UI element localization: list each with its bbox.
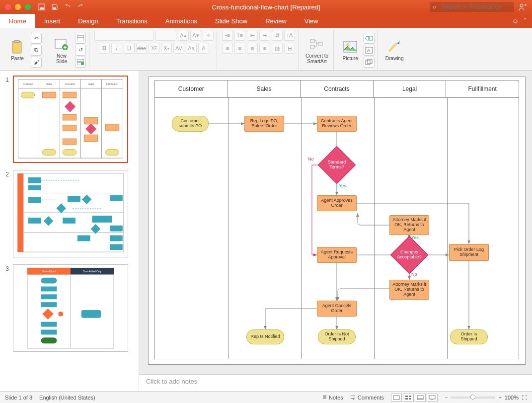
reading-view-icon[interactable] xyxy=(415,394,426,402)
node-rep-logs-po[interactable]: Rep Logs PO, Enters Order xyxy=(244,116,284,132)
copy-icon[interactable]: ⧉ xyxy=(31,45,42,56)
align-right-icon[interactable]: ≡ xyxy=(247,43,258,54)
drawing-button[interactable]: Drawing xyxy=(383,37,406,63)
tab-view[interactable]: View xyxy=(296,14,327,28)
autosave-icon[interactable] xyxy=(38,3,46,11)
zoom-slider[interactable] xyxy=(451,397,495,399)
slide[interactable]: Customer Sales Contracts Legal Fullfillm… xyxy=(148,77,526,365)
slide-counter[interactable]: Slide 1 of 3 xyxy=(5,395,32,401)
tab-slideshow[interactable]: Slide Show xyxy=(206,14,256,28)
italic-button[interactable]: I xyxy=(111,43,122,54)
node-approves-order[interactable]: Agent Approves Order xyxy=(317,195,357,211)
node-shipped[interactable]: Order Is Shipped xyxy=(450,329,488,344)
convert-smartart-button[interactable]: Convert to SmartArt xyxy=(304,34,330,66)
lane-fulfillment[interactable]: Fullfillment xyxy=(446,81,519,97)
svg-rect-80 xyxy=(42,309,53,320)
slideshow-view-icon[interactable] xyxy=(427,394,438,402)
cut-icon[interactable]: ✂ xyxy=(31,33,42,44)
bold-button[interactable]: B xyxy=(99,43,110,54)
textbox-icon[interactable]: A xyxy=(364,45,375,56)
node-requests-approval[interactable]: Agent Requests Approval xyxy=(317,247,357,263)
tab-design[interactable]: Design xyxy=(69,14,107,28)
notes-toggle[interactable]: ≣Notes xyxy=(322,394,343,401)
picture-button[interactable]: Picture xyxy=(339,37,362,63)
tab-review[interactable]: Review xyxy=(256,14,296,28)
lane-contracts[interactable]: Contracts xyxy=(301,81,374,97)
thumbnail-3[interactable]: Value-Added Cost-Added Only xyxy=(13,264,128,352)
section-icon[interactable] xyxy=(75,57,86,68)
change-case-button[interactable]: Aa xyxy=(186,43,197,54)
window-controls xyxy=(0,4,31,10)
comments-toggle[interactable]: 🗨Comments xyxy=(350,395,384,401)
node-cancels-order[interactable]: Agent Cancels Order xyxy=(317,301,357,317)
node-reviews-order[interactable]: Contracts Agent Reviews Order xyxy=(317,116,357,132)
font-family-select[interactable] xyxy=(94,30,154,41)
minimize-window[interactable] xyxy=(15,4,21,10)
tab-insert[interactable]: Insert xyxy=(35,14,70,28)
align-center-icon[interactable]: ≡ xyxy=(234,43,245,54)
indent-inc-icon[interactable]: ⇥ xyxy=(259,30,270,41)
redo-icon[interactable] xyxy=(76,3,84,11)
sorter-view-icon[interactable] xyxy=(403,394,414,402)
font-color-button[interactable]: A xyxy=(198,43,209,54)
tab-transitions[interactable]: Transitions xyxy=(107,14,156,28)
format-painter-icon[interactable]: 🖌 xyxy=(31,57,42,68)
paste-button[interactable]: Paste xyxy=(6,37,29,63)
slide-canvas[interactable]: Customer Sales Contracts Legal Fullfillm… xyxy=(139,71,532,374)
node-rep-notified[interactable]: Rep Is Notified xyxy=(246,329,284,344)
node-pick-order[interactable]: Pick Order Log Shipment xyxy=(449,244,489,261)
notes-pane[interactable]: Click to add notes xyxy=(139,374,532,391)
numbering-icon[interactable]: 1≡ xyxy=(234,30,245,41)
smiley-icon[interactable]: ☺ xyxy=(512,17,519,25)
font-size-select[interactable] xyxy=(155,30,176,41)
justify-icon[interactable]: ≡ xyxy=(259,43,270,54)
lane-customer[interactable]: Customer xyxy=(155,81,228,97)
superscript-button[interactable]: X² xyxy=(149,43,159,54)
arrange-icon[interactable] xyxy=(364,57,375,68)
undo-icon[interactable] xyxy=(64,3,72,11)
indent-dec-icon[interactable]: ⇤ xyxy=(247,30,258,41)
maximize-window[interactable] xyxy=(25,4,31,10)
fit-to-window-icon[interactable]: ⛶ xyxy=(522,395,527,401)
node-changes-acceptable[interactable]: Changes Acceptable? xyxy=(396,242,423,268)
zoom-percent[interactable]: 100% xyxy=(505,395,519,401)
shapes-icon[interactable] xyxy=(364,33,375,44)
save-icon[interactable] xyxy=(51,3,59,11)
bullets-icon[interactable]: •≡ xyxy=(222,30,233,41)
reset-icon[interactable]: ↺ xyxy=(75,45,86,56)
shrink-font[interactable]: A▾ xyxy=(190,30,201,41)
search-input[interactable] xyxy=(430,2,514,12)
picture-label: Picture xyxy=(343,56,358,61)
line-spacing-icon[interactable]: ⇵ xyxy=(272,30,283,41)
zoom-out[interactable]: − xyxy=(445,395,448,401)
tab-home[interactable]: Home xyxy=(0,14,35,28)
node-customer-submits-po[interactable]: Customer submits PO xyxy=(172,116,209,132)
layout-icon[interactable] xyxy=(75,33,86,44)
lane-sales[interactable]: Sales xyxy=(228,81,301,97)
node-not-shipped[interactable]: Order Is Not Shipped xyxy=(318,329,356,344)
zoom-in[interactable]: + xyxy=(498,395,501,401)
align-left-icon[interactable]: ≡ xyxy=(222,43,233,54)
close-window[interactable] xyxy=(5,4,11,10)
grow-font[interactable]: A▴ xyxy=(178,30,189,41)
char-spacing-button[interactable]: AV xyxy=(173,43,184,54)
thumbnail-1[interactable]: Customer Sales Contracts Legal Fullfillm… xyxy=(13,76,128,163)
new-slide-button[interactable]: New Slide xyxy=(50,34,73,66)
align-vert-icon[interactable]: ⊟ xyxy=(284,43,295,54)
text-direction-icon[interactable]: ↕A xyxy=(284,30,295,41)
node-standard-terms[interactable]: Standard Terms? xyxy=(323,152,350,178)
normal-view-icon[interactable] xyxy=(391,394,402,402)
strike-button[interactable]: abc xyxy=(136,43,147,54)
language-status[interactable]: English (United States) xyxy=(39,395,95,401)
collapse-ribbon-icon[interactable]: ˄ xyxy=(524,17,527,25)
tab-animations[interactable]: Animations xyxy=(156,14,206,28)
underline-button[interactable]: U xyxy=(124,43,135,54)
columns-icon[interactable]: ▥ xyxy=(272,43,283,54)
subscript-button[interactable]: X₂ xyxy=(161,43,172,54)
thumbnail-2[interactable] xyxy=(13,170,128,257)
node-attorney-marks-ok-1[interactable]: Attorney Marks it OK, Returns to Agent xyxy=(389,215,429,235)
node-attorney-marks-ok-2[interactable]: Attorney Marks it OK, Returns to Agent xyxy=(389,280,429,300)
share-icon[interactable] xyxy=(517,2,528,11)
clear-format-icon[interactable]: ✧ xyxy=(203,30,214,41)
lane-legal[interactable]: Legal xyxy=(374,81,447,97)
